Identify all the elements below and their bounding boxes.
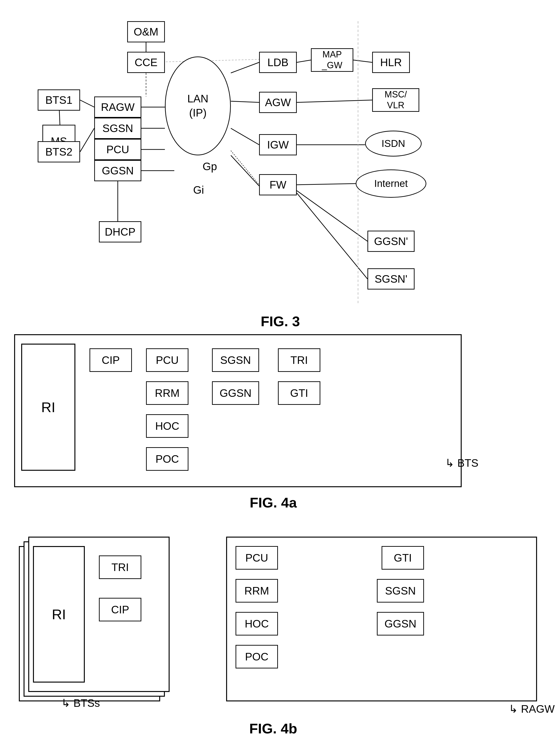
fig4b-ri-box: RI	[33, 546, 85, 682]
bts-label: ↳ BTS	[445, 457, 478, 469]
bts1-label: BTS1	[45, 94, 72, 106]
fig4b-btss-label: ↳ BTSs	[61, 697, 100, 709]
svg-line-19	[297, 100, 372, 102]
mscvlr-box: MSC/VLR	[372, 88, 419, 112]
fig4a-gti-box: GTI	[278, 381, 320, 405]
fig4b-rrm-label: RRM	[245, 585, 269, 597]
hlr-label: HLR	[380, 56, 402, 69]
fig4b-title: FIG. 4b	[249, 721, 297, 737]
fig4a-ri-box: RI	[21, 344, 75, 471]
fig4b-ggsn-label: GGSN	[384, 617, 416, 630]
bts2-label: BTS2	[45, 145, 72, 158]
svg-line-13	[231, 101, 259, 102]
bts2-box: BTS2	[38, 141, 80, 162]
svg-line-12	[231, 62, 259, 73]
svg-line-21	[297, 184, 356, 185]
fig4b-sgsn-label: SGSN	[385, 585, 416, 597]
fig3: O&M CCE BTS1 MS BTS2 RAGW SGSN PCU	[14, 9, 547, 334]
fig4b-rrm-box: RRM	[235, 579, 278, 602]
dhcp-box: DHCP	[99, 221, 141, 242]
fig4a-tri-label: TRI	[290, 354, 308, 367]
ggsn-box: GGSN	[94, 160, 141, 181]
fig4b-pcu-label: PCU	[245, 551, 268, 564]
agw-label: AGW	[265, 96, 291, 109]
ggsn2-label: GGSN'	[374, 235, 408, 248]
ragw-box: RAGW	[94, 97, 141, 118]
fig4b-pcu-box: PCU	[235, 546, 278, 570]
isdn-label: ISDN	[382, 138, 405, 149]
svg-line-17	[297, 60, 311, 62]
isdn-oval: ISDN	[365, 131, 422, 157]
mapgw-label: MAP_GW	[322, 49, 343, 71]
internet-label: Internet	[374, 178, 408, 189]
fig4b-cip-label: CIP	[111, 603, 129, 616]
fig4b-poc-label: POC	[245, 650, 269, 663]
agw-box: AGW	[259, 92, 297, 113]
fig4b-ggsn-box: GGSN	[377, 612, 424, 636]
lan-oval: LAN(IP)	[165, 56, 231, 155]
svg-line-23	[297, 193, 367, 279]
fig4b-sgsn-box: SGSN	[377, 579, 424, 602]
fig4a-hoc-label: HOC	[155, 420, 179, 432]
svg-line-14	[231, 128, 259, 145]
fig4a-pcu-label: PCU	[156, 354, 179, 367]
sgsn-box: SGSN	[94, 118, 141, 139]
ggsn-label: GGSN	[102, 164, 133, 177]
sgsn-label: SGSN	[102, 122, 133, 135]
fw-box: FW	[259, 174, 297, 195]
fig4b-ri-label: RI	[52, 606, 66, 623]
fig4a-sgsn-box: SGSN	[212, 348, 259, 372]
pcu-box: PCU	[94, 139, 141, 160]
fig4b-ragw-label-text: ↳ RAGW	[509, 703, 555, 715]
svg-line-16	[231, 155, 259, 186]
sgsn2-label: SGSN'	[375, 273, 407, 285]
mscvlr-label: MSC/VLR	[385, 89, 407, 111]
fig4a-poc-label: POC	[155, 453, 179, 465]
cce-box: CCE	[127, 52, 165, 73]
fig4b-gti-label: GTI	[394, 551, 412, 564]
hlr-box: HLR	[372, 52, 410, 73]
igw-label: IGW	[267, 138, 289, 151]
fig4a-cip-label: CIP	[102, 354, 120, 367]
igw-box: IGW	[259, 134, 297, 155]
fw-label: FW	[270, 179, 286, 191]
fig4a-sgsn-label: SGSN	[220, 354, 251, 367]
fig4a: ↳ BTS RI CIP PCU SGSN TRI RRM GGSN	[14, 334, 532, 513]
fig4a-rrm-label: RRM	[155, 387, 180, 399]
fig4b-gti-box: GTI	[382, 546, 424, 570]
fig4a-cip-box: CIP	[90, 348, 132, 372]
ggsn2-box: GGSN'	[367, 231, 414, 252]
svg-line-4	[80, 128, 94, 152]
fig4a-gti-label: GTI	[290, 387, 308, 399]
fig4a-hoc-box: HOC	[146, 414, 188, 438]
fig4a-title: FIG. 4a	[250, 494, 297, 511]
fig4a-tri-box: TRI	[278, 348, 320, 372]
svg-line-15	[231, 151, 259, 185]
fig4b-hoc-box: HOC	[235, 612, 278, 636]
sgsn2-box: SGSN'	[367, 268, 414, 290]
fig4a-poc-box: POC	[146, 447, 188, 471]
pcu-label: PCU	[106, 143, 129, 156]
bts1-box: BTS1	[38, 89, 80, 111]
ragw-label: RAGW	[101, 101, 134, 113]
om-label: O&M	[134, 25, 158, 38]
mapgw-box: MAP_GW	[311, 48, 353, 72]
ldb-box: LDB	[259, 52, 297, 73]
fig4a-rrm-box: RRM	[146, 381, 188, 405]
fig4b: RI TRI CIP ↳ BTSs ↳ RAGW PCU GTI RRM	[14, 532, 532, 739]
page: O&M CCE BTS1 MS BTS2 RAGW SGSN PCU	[0, 0, 558, 756]
gi-label: Gi	[193, 184, 204, 196]
gp-label: Gp	[203, 160, 217, 173]
fig4b-hoc-label: HOC	[245, 617, 269, 630]
fig4a-ggsn-box: GGSN	[212, 381, 259, 405]
ldb-label: LDB	[267, 56, 288, 69]
fig4b-tri-box: TRI	[99, 556, 141, 579]
fig4a-ri-label: RI	[41, 399, 55, 415]
cce-label: CCE	[134, 56, 157, 69]
internet-oval: Internet	[356, 169, 426, 198]
lan-label: LAN(IP)	[187, 92, 208, 120]
svg-line-22	[297, 191, 367, 241]
om-box: O&M	[127, 21, 165, 43]
fig4b-cip-box: CIP	[99, 598, 141, 621]
fig4a-pcu-box: PCU	[146, 348, 188, 372]
